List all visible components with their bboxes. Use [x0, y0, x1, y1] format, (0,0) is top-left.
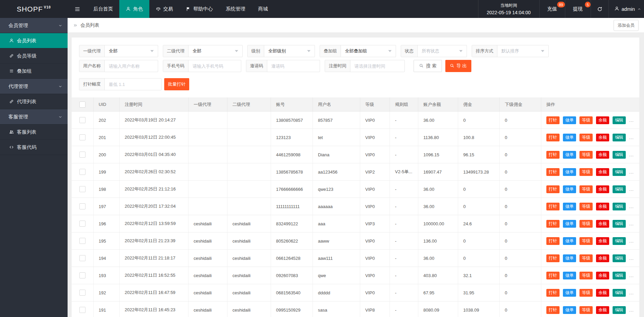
action-order-button[interactable]: 做单 [563, 237, 576, 245]
filter-select-0[interactable]: 一级代理全部 [79, 45, 158, 57]
sidebar-group-1[interactable]: 代理管理 [0, 79, 68, 94]
nav-item-4[interactable]: 系统管理 [219, 0, 252, 18]
export-button[interactable]: 导 出 [445, 60, 471, 72]
sidebar-item-0-1[interactable]: 会员等级 [0, 48, 68, 64]
filter-input-field-2[interactable] [267, 60, 320, 72]
action-inject-button[interactable]: 打针 [546, 237, 560, 245]
action-edit-button[interactable]: 编辑 [613, 203, 626, 210]
action-level-button[interactable]: 等级 [579, 134, 593, 141]
action-inject-button[interactable]: 打针 [546, 254, 560, 262]
row-checkbox[interactable] [79, 307, 85, 313]
action-balance-button[interactable]: 余额 [596, 185, 609, 193]
more-actions[interactable]: ... [629, 221, 634, 226]
action-edit-button[interactable]: 编辑 [613, 254, 626, 262]
nav-item-1[interactable]: 角色 [119, 0, 149, 18]
row-checkbox[interactable] [79, 290, 85, 296]
action-order-button[interactable]: 做单 [563, 168, 576, 176]
filter-select-4[interactable]: 状态所有状态 [401, 45, 467, 57]
action-edit-button[interactable]: 编辑 [613, 151, 626, 159]
add-member-button[interactable]: 添加会员 [614, 20, 639, 31]
action-inject-button[interactable]: 打针 [546, 272, 560, 279]
action-order-button[interactable]: 做单 [563, 151, 576, 159]
action-level-button[interactable]: 等级 [579, 168, 593, 176]
sidebar-item-1-0[interactable]: 代理列表 [0, 94, 68, 109]
recharge-button[interactable]: 充值 89 [540, 0, 565, 18]
action-level-button[interactable]: 等级 [579, 254, 593, 262]
row-checkbox[interactable] [79, 186, 85, 192]
action-order-button[interactable]: 做单 [563, 220, 576, 228]
action-order-button[interactable]: 做单 [563, 306, 576, 314]
row-checkbox[interactable] [79, 152, 85, 158]
action-edit-button[interactable]: 编辑 [613, 116, 626, 124]
action-level-button[interactable]: 等级 [579, 220, 593, 228]
action-order-button[interactable]: 做单 [563, 254, 576, 262]
action-inject-button[interactable]: 打针 [546, 289, 560, 297]
action-order-button[interactable]: 做单 [563, 134, 576, 141]
action-inject-button[interactable]: 打针 [546, 151, 560, 159]
action-balance-button[interactable]: 余额 [596, 220, 609, 228]
action-inject-button[interactable]: 打针 [546, 134, 560, 141]
action-edit-button[interactable]: 编辑 [613, 134, 626, 141]
action-balance-button[interactable]: 余额 [596, 151, 609, 159]
action-balance-button[interactable]: 余额 [596, 203, 609, 210]
row-checkbox[interactable] [79, 255, 85, 261]
row-checkbox[interactable] [79, 203, 85, 209]
action-balance-button[interactable]: 余额 [596, 134, 609, 141]
action-level-button[interactable]: 等级 [579, 306, 593, 314]
admin-menu[interactable]: admin [609, 0, 644, 18]
nav-item-5[interactable]: 商城 [252, 0, 274, 18]
more-actions[interactable]: ... [629, 204, 634, 209]
action-level-button[interactable]: 等级 [579, 151, 593, 159]
action-level-button[interactable]: 等级 [579, 272, 593, 279]
action-edit-button[interactable]: 编辑 [613, 306, 626, 314]
more-actions[interactable]: ... [629, 308, 634, 313]
sidebar-item-0-2[interactable]: 叠加组 [0, 64, 68, 79]
withdraw-button[interactable]: 提现 5 [565, 0, 591, 18]
more-actions[interactable]: ... [629, 239, 634, 244]
more-actions[interactable]: ... [629, 135, 634, 140]
sidebar-item-2-1[interactable]: 客服代码 [0, 140, 68, 155]
nav-item-3[interactable]: 帮助中心 [179, 0, 219, 18]
action-edit-button[interactable]: 编辑 [613, 237, 626, 245]
more-actions[interactable]: ... [629, 152, 634, 157]
select-all-checkbox[interactable] [79, 101, 85, 108]
row-checkbox[interactable] [79, 117, 85, 123]
action-balance-button[interactable]: 余额 [596, 289, 609, 297]
action-balance-button[interactable]: 余额 [596, 168, 609, 176]
action-level-button[interactable]: 等级 [579, 289, 593, 297]
action-order-button[interactable]: 做单 [563, 116, 576, 124]
action-inject-button[interactable]: 打针 [546, 185, 560, 193]
row-checkbox[interactable] [79, 272, 85, 278]
menu-toggle-icon[interactable] [68, 0, 87, 18]
action-edit-button[interactable]: 编辑 [613, 220, 626, 228]
action-order-button[interactable]: 做单 [563, 272, 576, 279]
nav-item-2[interactable]: 交易 [149, 0, 179, 18]
more-actions[interactable]: ... [629, 187, 634, 192]
action-order-button[interactable]: 做单 [563, 185, 576, 193]
action-balance-button[interactable]: 余额 [596, 237, 609, 245]
filter-select-2[interactable]: 级别全部级别 [247, 45, 315, 57]
action-edit-button[interactable]: 编辑 [613, 185, 626, 193]
action-edit-button[interactable]: 编辑 [613, 289, 626, 297]
filter-select-1[interactable]: 二级代理全部 [163, 45, 243, 57]
action-order-button[interactable]: 做单 [563, 289, 576, 297]
action-level-button[interactable]: 等级 [579, 203, 593, 210]
action-level-button[interactable]: 等级 [579, 237, 593, 245]
sidebar-group-2[interactable]: 客服管理 [0, 109, 68, 124]
action-inject-button[interactable]: 打针 [546, 203, 560, 210]
more-actions[interactable]: ... [629, 118, 634, 123]
action-inject-button[interactable]: 打针 [546, 116, 560, 124]
action-edit-button[interactable]: 编辑 [613, 272, 626, 279]
action-level-button[interactable]: 等级 [579, 185, 593, 193]
inject-range-input[interactable] [105, 78, 161, 90]
filter-select-3[interactable]: 叠加组全部叠加组 [320, 45, 396, 57]
more-actions[interactable]: ... [629, 273, 634, 278]
row-checkbox[interactable] [79, 134, 85, 140]
action-balance-button[interactable]: 余额 [596, 116, 609, 124]
action-inject-button[interactable]: 打针 [546, 306, 560, 314]
row-checkbox[interactable] [79, 221, 85, 227]
filter-input-field-0[interactable] [105, 60, 158, 72]
action-level-button[interactable]: 等级 [579, 116, 593, 124]
filter-input-field-1[interactable] [189, 60, 241, 72]
refresh-button[interactable] [591, 0, 609, 18]
